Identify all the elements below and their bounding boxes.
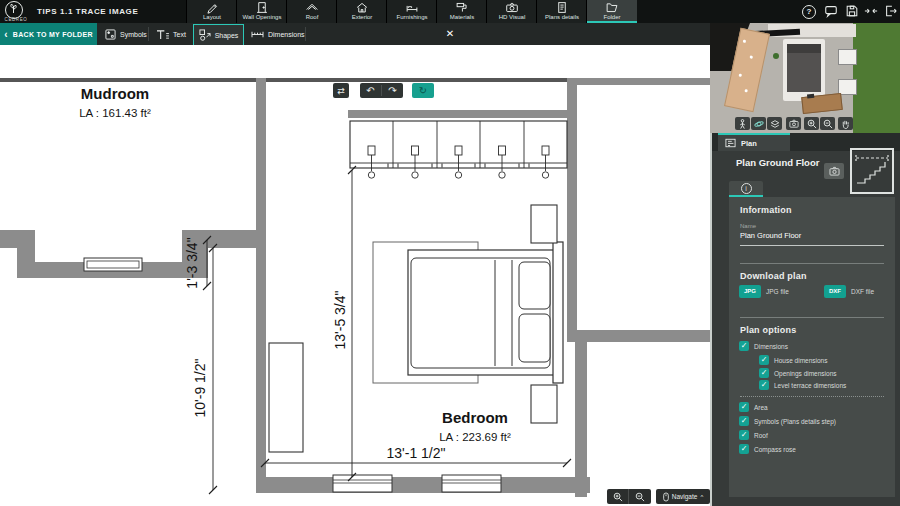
walk-mode-button[interactable] [735,117,750,130]
zoom-in-button[interactable] [607,489,629,504]
tab-layout[interactable]: Layout [186,0,237,23]
checkbox-symbols[interactable]: ✓ [739,416,749,426]
help-button[interactable]: ? [802,5,816,19]
plan-icon [725,138,736,148]
divider [740,317,884,318]
checkbox-label: Openings dimensions [774,370,837,377]
checkbox-dimensions[interactable]: ✓ [739,341,749,351]
checkbox-label: Area [754,404,768,411]
divider [740,263,884,264]
text-icon [156,29,169,40]
shapes-icon [199,29,211,41]
redo-button[interactable]: ↷ [382,85,403,96]
download-jpg-button[interactable]: JPG JPG file [739,285,814,298]
fullscreen-button[interactable] [864,4,878,18]
floor-plan-drawing: Mudroom LA : 161.43 ft² Bedroom LA : 223… [0,45,710,506]
name-field-value[interactable]: Plan Ground Floor [740,231,801,240]
zoom-controls [607,489,651,504]
3d-preview[interactable] [710,23,900,133]
checkbox-openings-dimensions[interactable]: ✓ [759,368,769,378]
tab-plan[interactable]: Plan [718,133,790,151]
camera-icon [789,119,799,128]
orbit-mode-button[interactable] [751,117,766,130]
camera-icon [505,1,519,14]
tab-folder[interactable]: Folder [586,0,637,23]
name-field-underline [740,245,884,246]
project-title: TIPS 1.1 TRACE IMAGE [37,0,138,23]
checkbox-label: Roof [754,432,768,439]
plan-thumbnail[interactable] [850,148,894,194]
panel-content: Information Name Plan Ground Floor Downl… [729,197,895,497]
secondary-toolbar: ‹ BACK TO MY FOLDER Symbols Text Shapes … [0,23,710,45]
toolbar-item-shapes[interactable]: Shapes [193,24,244,46]
download-dxf-button[interactable]: DXF DXF file [824,285,899,298]
flip-button[interactable]: ⇄ [333,83,349,98]
info-icon: i [741,183,752,194]
floors-icon [770,119,780,129]
floor-plan-canvas[interactable]: Mudroom LA : 161.43 ft² Bedroom LA : 223… [0,45,710,506]
floors-button[interactable] [767,117,782,130]
toolbar-item-text[interactable]: Text [156,23,186,45]
checkbox-house-dimensions[interactable]: ✓ [759,355,769,365]
camera-icon [829,166,840,176]
checkbox-roof[interactable]: ✓ [739,430,749,440]
checkbox-area[interactable]: ✓ [739,402,749,412]
exit-button[interactable] [884,4,898,18]
closet [350,121,567,178]
tab-wall-openings[interactable]: Wall Openings [236,0,287,23]
reset-view-button[interactable]: ↻ [412,83,434,98]
undo-button[interactable]: ↶ [360,85,382,96]
top-bar: CEDREO TIPS 1.1 TRACE IMAGE Layout Wall … [0,0,900,23]
bedroom-label: Bedroom [442,409,508,426]
mudroom-label: Mudroom [81,85,149,102]
paint-roller-icon [455,1,469,14]
checkbox-label: Level terrace dimensions [774,382,846,389]
hand-icon [841,119,850,129]
preview-zoom-in-button[interactable] [804,117,819,130]
tab-hd-visual[interactable]: HD Visual [486,0,537,23]
pan-button[interactable] [838,117,853,130]
compress-icon [864,4,878,18]
tab-furnishings[interactable]: Furnishings [386,0,437,23]
tab-plans-details[interactable]: Plans details [536,0,587,23]
caret-up-icon: ^ [700,494,703,500]
save-button[interactable] [845,4,859,18]
back-to-folder-button[interactable]: ‹ BACK TO MY FOLDER [0,23,97,45]
bedroom-area: LA : 223.69 ft² [439,431,511,443]
thumbnail-snapshot-button[interactable] [824,163,844,179]
checkbox-label: Symbols (Plans details step) [754,418,836,425]
app-window: CEDREO TIPS 1.1 TRACE IMAGE Layout Wall … [0,0,900,506]
cedreo-logo-text: CEDREO [0,17,32,22]
close-button[interactable]: ✕ [443,26,457,42]
snapshot-button[interactable] [786,117,801,130]
navigate-button[interactable]: Navigate ^ [656,489,710,504]
save-icon [845,4,859,18]
3d-bed [783,39,825,101]
zoom-out-button[interactable] [629,489,651,504]
orbit-icon [754,119,764,129]
symbols-icon [105,29,116,40]
folder-icon [605,1,619,14]
dotted-divider [740,396,884,397]
bed-icon [405,1,419,14]
checkbox-compass-rose[interactable]: ✓ [739,444,749,454]
name-field-label: Name [740,223,756,229]
checkbox-level-terrace-dimensions[interactable]: ✓ [759,380,769,390]
plant [773,53,779,59]
dim-left-height-label: 10'-9 1/2" [192,358,208,417]
preview-zoom-out-button[interactable] [820,117,835,130]
toolbar-item-dimensions[interactable]: Dimensions [251,23,305,45]
tab-roof[interactable]: Roof [286,0,337,23]
cedreo-logo[interactable]: CEDREO [0,0,33,23]
toolbar-item-symbols[interactable]: Symbols [105,23,147,45]
dim-width-label: 13'-1 1/2" [386,445,445,461]
zoom-in-icon [807,119,817,129]
feedback-button[interactable] [824,4,838,18]
tab-materials[interactable]: Materials [436,0,487,23]
tab-exterior[interactable]: Exterior [336,0,387,23]
download-title: Download plan [740,271,807,281]
dxf-badge: DXF [824,285,846,298]
tab-information[interactable]: i [729,181,763,197]
stairs-icon [852,150,892,192]
dim-small-label: 1'-3 3/4" [184,237,200,288]
